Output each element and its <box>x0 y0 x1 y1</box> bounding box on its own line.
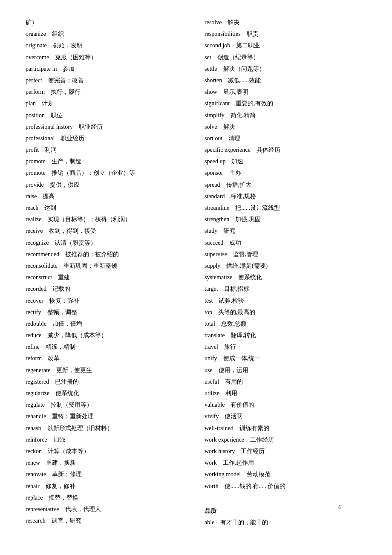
list-item: promote 生产，制造 <box>26 156 187 167</box>
list-item: rehandle 重铸；重新处理 <box>26 411 187 422</box>
list-item: specific experience 具体经历 <box>205 145 366 155</box>
list-item: total 总数,总额 <box>205 318 366 329</box>
list-item: reconstruct 重建 <box>26 272 187 283</box>
list-item: position 职位 <box>26 110 187 121</box>
list-item: renovate 革新；修理 <box>26 469 187 480</box>
list-item: strengthen 加强,巩固 <box>205 214 366 225</box>
list-item: supervise 监督,管理 <box>205 249 366 260</box>
list-item: work history 工作经历 <box>205 446 366 457</box>
list-item: useful 有用的 <box>205 376 366 387</box>
list-item: rectify 整顿，调整 <box>26 307 187 318</box>
list-item <box>205 492 366 503</box>
main-content: 矿）organize 组织originate 创始，发明overcome 克服（… <box>26 17 366 528</box>
list-item: reinforce 加强 <box>26 434 187 445</box>
list-item: receive 收到，得到，接受 <box>26 225 187 236</box>
list-item: succeed 成功 <box>205 237 366 248</box>
list-item: 矿） <box>26 17 187 28</box>
list-item: reckon 计算（成本等） <box>26 446 187 457</box>
list-item: travel 旅行 <box>205 341 366 352</box>
list-item: valuable 有价值的 <box>205 399 366 410</box>
list-item: renew 重建，换新 <box>26 457 187 468</box>
list-item: provide 提供，供应 <box>26 179 187 190</box>
list-item: rehash 以新形式处理（旧材料） <box>26 423 187 434</box>
list-item: shorten 减低......效能 <box>205 75 366 86</box>
left-column: 矿）organize 组织originate 创始，发明overcome 克服（… <box>26 17 187 528</box>
list-item: utilize 利用 <box>205 388 366 399</box>
list-item: redouble 加倍，倍增 <box>26 318 187 329</box>
list-item: resolve 解决 <box>205 17 366 28</box>
list-item: perfect 使完善；改善 <box>26 75 187 86</box>
list-item: organize 组织 <box>26 29 187 39</box>
list-item: sponsor 主办 <box>205 168 366 178</box>
list-item: reduce 减少，降低（成本等） <box>26 330 187 341</box>
list-item: recommended 被推荐的；被介绍的 <box>26 249 187 260</box>
list-item: significant 重要的,有效的 <box>205 98 366 109</box>
list-item: sort out 清理 <box>205 133 366 144</box>
list-item: participate in 参加 <box>26 64 187 74</box>
list-item: second job 第二职业 <box>205 40 366 51</box>
list-item: plan 计划 <box>26 98 187 109</box>
list-item: spread 传播,扩大 <box>205 179 366 190</box>
list-item: originate 创始，发明 <box>26 40 187 51</box>
list-item: professional 职业经历 <box>26 133 187 144</box>
right-column: resolve 解决responsibilities 职责second job … <box>205 17 366 528</box>
list-item: repair 修复，修补 <box>26 481 187 491</box>
list-item: representative 代表，代理人 <box>26 504 187 515</box>
list-item: show 显示,表明 <box>205 87 366 97</box>
list-item: standard 标准,规格 <box>205 191 366 202</box>
list-item: well-trained 训练有素的 <box>205 423 366 434</box>
list-item: responsibilities 职责 <box>205 29 366 39</box>
list-item: settle 解决（问题等） <box>205 64 366 74</box>
list-item: study 研究 <box>205 225 366 236</box>
list-item: test 试验,检验 <box>205 295 366 306</box>
list-item: raise 提高 <box>26 191 187 202</box>
list-item: use 使用，运用 <box>205 365 366 376</box>
list-item: systematize 使系统化 <box>205 272 366 283</box>
page-number: 4 <box>338 504 341 511</box>
list-item: promote 推销（商品）；创立（企业）等 <box>26 168 187 178</box>
list-item: realize 实现（目标等）；获得（利润） <box>26 214 187 225</box>
list-item: target 目标,指标 <box>205 283 366 294</box>
list-item: perform 执行，履行 <box>26 87 187 97</box>
list-item: simplify 简化,精简 <box>205 110 366 121</box>
list-item: recognize 认清（职责等） <box>26 237 187 248</box>
list-item: regularize 使系统化 <box>26 388 187 399</box>
list-item: profit 利润 <box>26 145 187 155</box>
list-item: top 头等的,最高的 <box>205 307 366 318</box>
list-item: work 工作,起作用 <box>205 457 366 468</box>
list-item: speed up 加速 <box>205 156 366 167</box>
list-item: 品质 <box>205 506 366 516</box>
list-item: professional history 职业经历 <box>26 121 187 132</box>
list-item: regulate 控制（费用等） <box>26 399 187 410</box>
list-item: reach 达到 <box>26 202 187 213</box>
list-item: unify 使成一体,统一 <box>205 353 366 364</box>
list-item: replace 接替，替换 <box>26 492 187 503</box>
list-item: working model 劳动模范 <box>205 469 366 480</box>
list-item: supply 供给,满足(需要) <box>205 260 366 271</box>
list-item: translate 翻译,转化 <box>205 330 366 341</box>
list-item: regenerate 更新，使更生 <box>26 365 187 376</box>
list-item: reform 改革 <box>26 353 187 364</box>
list-item: solve 解决 <box>205 121 366 132</box>
list-item: streamline 把......设计流线型 <box>205 202 366 213</box>
list-item: research 调查，研究 <box>26 515 187 526</box>
list-item: worth 使......钱的,有......价值的 <box>205 481 366 491</box>
list-item: set 创造（纪录等） <box>205 52 366 63</box>
list-item: refine 精练，精制 <box>26 341 187 352</box>
list-item: recover 恢复；弥补 <box>26 295 187 306</box>
list-item: overcome 克服（困难等） <box>26 52 187 63</box>
list-item: registered 已注册的 <box>26 376 187 387</box>
list-item: work experience 工作经历 <box>205 434 366 445</box>
list-item: recorded 记载的 <box>26 283 187 294</box>
list-item: reconsolidate 重新巩固；重新整顿 <box>26 260 187 271</box>
list-item: able 有才干的，能干的 <box>205 517 366 528</box>
list-item: vivify 使活跃 <box>205 411 366 422</box>
